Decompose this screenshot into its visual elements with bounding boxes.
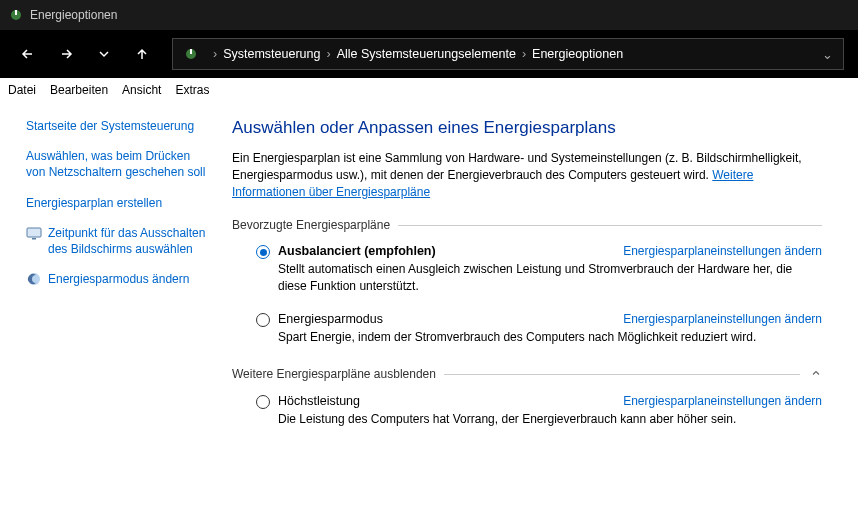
divider [398, 225, 822, 226]
breadcrumb-item[interactable]: Alle Systemsteuerungselemente [337, 47, 516, 61]
chevron-right-icon[interactable]: › [522, 47, 526, 61]
sidebar-item-label: Zeitpunkt für das Ausschalten des Bildsc… [48, 225, 212, 257]
change-plan-settings-link[interactable]: Energiesparplaneinstellungen ändern [623, 244, 822, 258]
window-titlebar: Energieoptionen [0, 0, 858, 30]
radio-energy-saver[interactable] [256, 313, 270, 327]
recent-dropdown[interactable] [90, 40, 118, 68]
main-panel: Auswählen oder Anpassen eines Energiespa… [220, 112, 850, 441]
power-options-icon [183, 46, 199, 62]
radio-balanced[interactable] [256, 245, 270, 259]
divider [444, 374, 800, 375]
svg-rect-3 [190, 49, 192, 54]
address-bar[interactable]: › Systemsteuerung › Alle Systemsteuerung… [172, 38, 844, 70]
monitor-icon [26, 225, 42, 241]
plan-description: Die Leistung des Computers hat Vorrang, … [278, 411, 822, 427]
collapse-toggle[interactable] [810, 367, 822, 382]
plan-name-label[interactable]: Ausbalanciert (empfohlen) [278, 244, 436, 258]
up-button[interactable] [128, 40, 156, 68]
back-button[interactable] [14, 40, 42, 68]
additional-plans-group: Weitere Energiesparpläne ausblenden Höch… [232, 367, 822, 431]
plan-balanced: Ausbalanciert (empfohlen) Energiesparpla… [232, 240, 822, 297]
group-header-preferred: Bevorzugte Energiesparpläne [232, 218, 822, 232]
breadcrumb-item[interactable]: Systemsteuerung [223, 47, 320, 61]
svg-rect-5 [32, 238, 36, 240]
moon-icon [26, 271, 42, 287]
menu-edit[interactable]: Bearbeiten [50, 83, 108, 97]
preferred-plans-group: Bevorzugte Energiesparpläne Ausbalancier… [232, 218, 822, 349]
menu-extras[interactable]: Extras [175, 83, 209, 97]
menu-bar: Datei Bearbeiten Ansicht Extras [0, 78, 858, 102]
group-label: Bevorzugte Energiesparpläne [232, 218, 390, 232]
plan-head: Höchstleistung Energiesparplaneinstellun… [278, 394, 822, 408]
sidebar-change-sleep-mode[interactable]: Energiesparmodus ändern [26, 271, 212, 287]
plan-name-label[interactable]: Höchstleistung [278, 394, 360, 408]
chevron-right-icon[interactable]: › [213, 47, 217, 61]
plan-body: Energiesparmodus Energiesparplaneinstell… [278, 312, 822, 345]
chevron-right-icon[interactable]: › [326, 47, 330, 61]
sidebar-display-off-timing[interactable]: Zeitpunkt für das Ausschalten des Bildsc… [26, 225, 212, 257]
plan-description: Spart Energie, indem der Stromverbrauch … [278, 329, 822, 345]
plan-head: Ausbalanciert (empfohlen) Energiesparpla… [278, 244, 822, 258]
svg-rect-4 [27, 228, 41, 237]
plan-description: Stellt automatisch einen Ausgleich zwisc… [278, 261, 822, 293]
plan-body: Ausbalanciert (empfohlen) Energiesparpla… [278, 244, 822, 293]
menu-file[interactable]: Datei [8, 83, 36, 97]
page-description: Ein Energiesparplan ist eine Sammlung vo… [232, 150, 822, 200]
sidebar-control-panel-home[interactable]: Startseite der Systemsteuerung [26, 118, 212, 134]
sidebar-create-plan[interactable]: Energiesparplan erstellen [26, 195, 212, 211]
radio-high-performance[interactable] [256, 395, 270, 409]
sidebar-power-button-action[interactable]: Auswählen, was beim Drücken von Netzscha… [26, 148, 212, 180]
chevron-down-icon[interactable]: ⌄ [822, 47, 833, 62]
content-area: Startseite der Systemsteuerung Auswählen… [0, 102, 858, 441]
page-title: Auswählen oder Anpassen eines Energiespa… [232, 118, 822, 138]
sidebar: Startseite der Systemsteuerung Auswählen… [8, 112, 220, 441]
plan-energy-saver: Energiesparmodus Energiesparplaneinstell… [232, 308, 822, 349]
group-header-additional: Weitere Energiesparpläne ausblenden [232, 367, 822, 382]
change-plan-settings-link[interactable]: Energiesparplaneinstellungen ändern [623, 312, 822, 326]
group-label: Weitere Energiesparpläne ausblenden [232, 367, 436, 381]
sidebar-item-label: Energiesparmodus ändern [48, 271, 189, 287]
window-title: Energieoptionen [30, 8, 117, 22]
plan-head: Energiesparmodus Energiesparplaneinstell… [278, 312, 822, 326]
menu-view[interactable]: Ansicht [122, 83, 161, 97]
plan-name-label[interactable]: Energiesparmodus [278, 312, 383, 326]
power-options-icon [8, 7, 24, 23]
change-plan-settings-link[interactable]: Energiesparplaneinstellungen ändern [623, 394, 822, 408]
plan-body: Höchstleistung Energiesparplaneinstellun… [278, 394, 822, 427]
plan-high-performance: Höchstleistung Energiesparplaneinstellun… [232, 390, 822, 431]
forward-button[interactable] [52, 40, 80, 68]
svg-rect-1 [15, 10, 17, 15]
breadcrumb-item[interactable]: Energieoptionen [532, 47, 623, 61]
navigation-bar: › Systemsteuerung › Alle Systemsteuerung… [0, 30, 858, 78]
